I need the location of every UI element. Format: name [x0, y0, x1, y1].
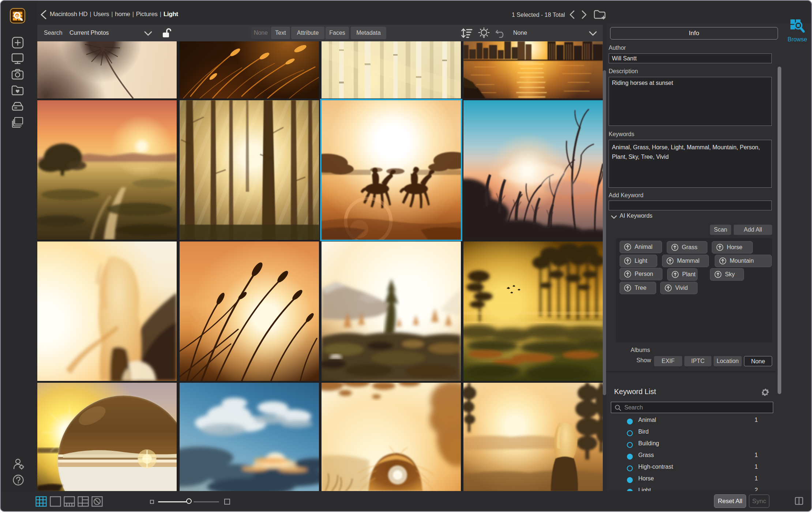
svg-text:AI: AI	[16, 14, 19, 18]
